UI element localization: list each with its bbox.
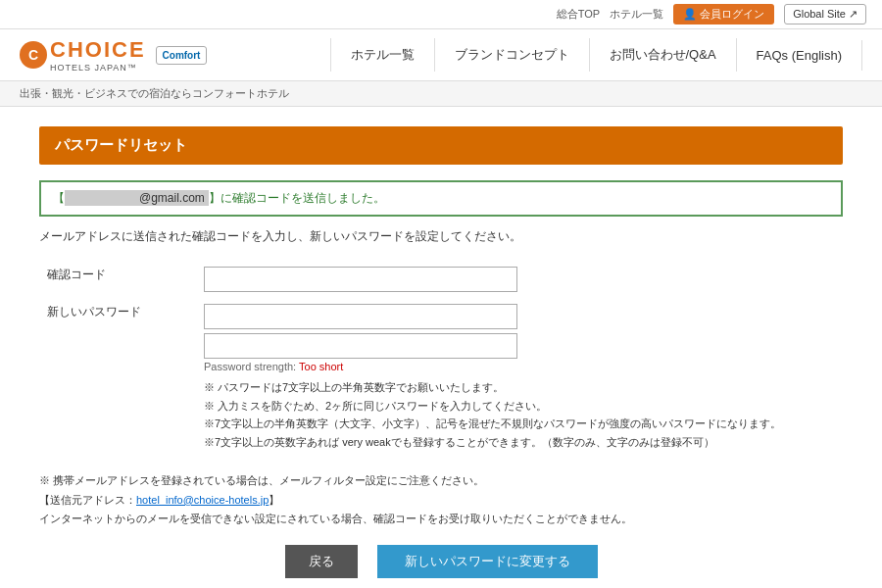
login-button[interactable]: 👤 会員ログイン — [673, 4, 774, 24]
back-button[interactable]: 戻る — [285, 545, 358, 578]
header: C CHOICE HOTELS JAPAN™ Comfort ホテル一覧 ブラン… — [0, 29, 882, 81]
nav-contact[interactable]: お問い合わせ/Q&A — [590, 38, 737, 72]
comfort-logo: Comfort — [156, 46, 208, 65]
new-password-input-cell: Password strength: Too short ※ パスワードは7文字… — [196, 298, 843, 458]
sender-email-link[interactable]: hotel_info@choice-hotels.jp — [136, 494, 269, 506]
change-password-button[interactable]: 新しいパスワードに変更する — [377, 545, 598, 578]
notice-box: ※ 携帯メールアドレスを登録されている場合は、メールフィルター設定にご注意くださ… — [39, 471, 843, 529]
notice-line2: 【送信元アドレス：hotel_info@choice-hotels.jp】 — [39, 491, 843, 511]
new-password-input[interactable] — [204, 304, 517, 329]
nav-brand-concept[interactable]: ブランドコンセプト — [435, 38, 590, 72]
button-row: 戻る 新しいパスワードに変更する — [39, 545, 843, 578]
confirm-code-label: 確認コード — [39, 261, 196, 298]
new-password-label: 新しいパスワード — [39, 298, 196, 458]
notice-line1: ※ 携帯メールアドレスを登録されている場合は、メールフィルター設定にご注意くださ… — [39, 471, 843, 491]
pw-note-3: ※7文字以上の半角英数字（大文字、小文字）、記号を混ぜた不規則なパスワードが強度… — [204, 415, 835, 433]
choice-wordmark: CHOICE — [50, 37, 146, 63]
tagline: 出張・観光・ビジネスでの宿泊ならコンフォートホテル — [0, 81, 882, 107]
logo-area: C CHOICE HOTELS JAPAN™ Comfort — [20, 37, 207, 73]
choice-logo: C CHOICE HOTELS JAPAN™ — [20, 37, 146, 73]
confirm-code-input-cell — [196, 261, 843, 298]
pw-note-4: ※7文字以上の英数字あれば very weakでも登録することができます。（数字… — [204, 433, 835, 452]
top-bar: 総合TOP ホテル一覧 👤 会員ログイン Global Site ↗ — [0, 0, 882, 29]
reset-page-header: パスワードリセット — [39, 126, 843, 165]
logo-text: CHOICE HOTELS JAPAN™ — [50, 37, 146, 73]
confirm-code-row: 確認コード — [39, 261, 843, 298]
success-message: 【 @gmail.com】に確認コードを送信しました。 — [39, 180, 843, 217]
confirm-code-input[interactable] — [204, 267, 517, 292]
pw-note-2: ※ 入力ミスを防ぐため、2ヶ所に同じパスワードを入力してください。 — [204, 397, 835, 416]
nav-hotel-list[interactable]: ホテル一覧 — [330, 38, 435, 72]
pw-note-1: ※ パスワードは7文字以上の半角英数字でお願いいたします。 — [204, 378, 835, 397]
notice-line3: インターネットからのメールを受信できない設定にされている場合、確認コードをお受け… — [39, 510, 843, 529]
new-password-row: 新しいパスワード Password strength: Too short ※ … — [39, 298, 843, 458]
main-content: パスワードリセット 【 @gmail.com】に確認コードを送信しました。 メー… — [0, 107, 882, 588]
confirm-password-input[interactable] — [204, 333, 517, 359]
hotels-japan-label: HOTELS JAPAN™ — [50, 63, 146, 73]
global-site-button[interactable]: Global Site ↗ — [784, 4, 866, 24]
email-masked: @gmail.com — [65, 190, 209, 206]
sogo-top-link[interactable]: 総合TOP — [557, 7, 600, 22]
nav-faq-english[interactable]: FAQs (English) — [737, 40, 862, 71]
strength-value: Too short — [299, 361, 343, 372]
password-notes: ※ パスワードは7文字以上の半角英数字でお願いいたします。 ※ 入力ミスを防ぐた… — [204, 378, 835, 452]
choice-badge: C — [20, 41, 47, 69]
instruction-text: メールアドレスに送信された確認コードを入力し、新しいパスワードを設定してください… — [39, 228, 843, 245]
hotel-list-toplink[interactable]: ホテル一覧 — [610, 7, 663, 22]
password-inputs — [204, 304, 835, 359]
password-reset-form: 確認コード 新しいパスワード Password strength: Too sh… — [39, 261, 843, 458]
main-nav: ホテル一覧 ブランドコンセプト お問い合わせ/Q&A FAQs (English… — [330, 38, 863, 72]
password-strength: Password strength: Too short — [204, 361, 835, 372]
